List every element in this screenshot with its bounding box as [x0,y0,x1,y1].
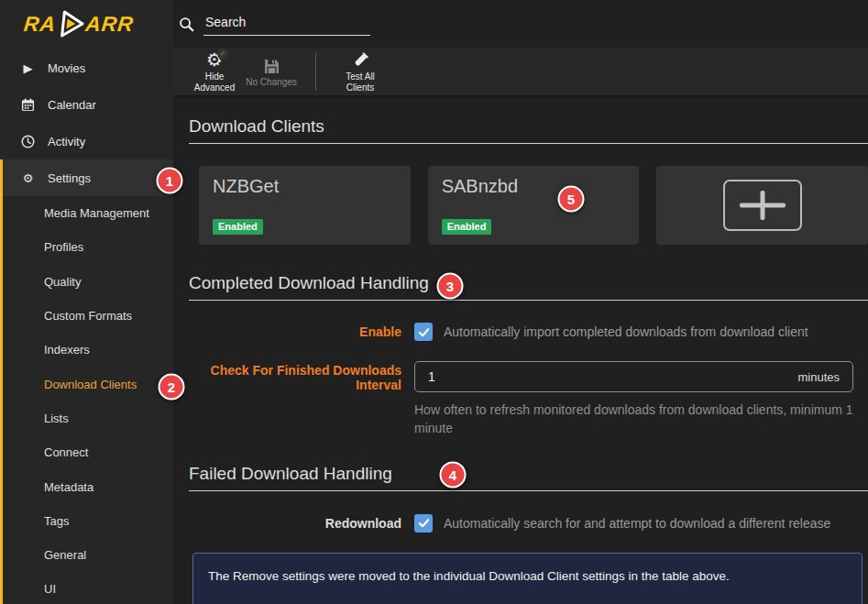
sidebar-item-tags[interactable]: Tags [3,504,173,538]
enable-label: Enable [189,323,401,339]
interval-label: Check For Finished Downloads Interval [189,361,401,392]
sidebar-item-activity[interactable]: Activity [0,123,173,159]
enable-help-text: Automatically import completed downloads… [444,324,808,339]
client-card-nzbget[interactable]: NZBGet Enabled [199,166,411,245]
hide-advanced-button[interactable]: ⚙︎ ✓ Hide Advanced [186,50,243,93]
check-icon [418,517,430,529]
enable-row: Enable Automatically import completed do… [189,323,868,341]
sidebar-item-settings[interactable]: ⚙︎ Settings [3,159,173,196]
settings-page: Download Clients NZBGet Enabled SABnzbd … [173,116,868,604]
plus-icon[interactable] [723,180,802,231]
enable-checkbox[interactable] [414,323,433,341]
gears-icon: ⚙︎ [20,171,36,185]
test-all-clients-button[interactable]: Test All Clients [332,50,389,93]
clock-icon [20,135,36,148]
redownload-row: Redownload Automatically search for and … [189,514,868,533]
interval-help-text: How often to refresh monitored downloads… [414,401,853,438]
status-badge: Enabled [213,219,263,235]
sidebar-item-label: Calendar [48,98,96,112]
sidebar-item-profiles[interactable]: Profiles [3,230,173,264]
check-badge-icon: ✓ [217,49,228,60]
interval-input[interactable] [428,369,790,384]
interval-unit: minutes [797,370,840,384]
interval-input-wrap: minutes [414,361,853,392]
calendar-icon [20,98,36,112]
completed-download-handling-heading: Completed Download Handling [189,273,868,301]
sidebar-nav: ▶ Movies Calendar Activity ⚙︎ Settings [0,48,173,604]
remove-settings-notice: The Remove settings were moved to the in… [192,553,863,604]
client-card-sabnzbd[interactable]: SABnzbd Enabled [428,166,640,245]
logo-text-right: ARR [84,14,135,35]
interval-row: Check For Finished Downloads Interval mi… [189,361,868,438]
search-icon [179,16,194,32]
status-badge: Enabled [442,219,492,235]
download-client-cards: NZBGet Enabled SABnzbd Enabled [199,166,868,245]
floppy-icon [264,59,280,74]
sidebar-item-download-clients[interactable]: Download Clients [3,367,173,401]
sidebar-item-calendar[interactable]: Calendar [0,86,173,123]
sidebar-item-label: Movies [48,61,85,75]
vial-icon [352,51,369,69]
search-bar [173,0,868,48]
annotation-circle-3: 3 [437,273,464,300]
annotation-circle-1: 1 [157,168,183,194]
main-content: ⚙︎ ✓ Hide Advanced No Changes [173,0,868,604]
sidebar-item-lists[interactable]: Lists [3,401,173,435]
play-logo-icon [56,10,86,38]
sidebar-item-custom-formats[interactable]: Custom Formats [3,299,173,333]
sidebar-item-media-management[interactable]: Media Management [3,196,173,230]
annotation-circle-2: 2 [159,374,185,401]
toolbar-separator [315,52,316,91]
notice-text: The Remove settings were moved to the in… [208,569,730,583]
sidebar-item-connect[interactable]: Connect [3,435,173,469]
sidebar-item-label: Activity [48,135,85,148]
sidebar: RA ARR ▶ Movies Calendar [0,0,173,604]
toolbar: ⚙︎ ✓ Hide Advanced No Changes [173,48,868,97]
play-icon: ▶ [20,61,36,75]
failed-download-handling-heading: Failed Download Handling [189,464,868,491]
client-name: SABnzbd [442,176,626,197]
download-clients-heading: Download Clients [189,116,868,144]
annotation-circle-4: 4 [440,462,467,489]
sidebar-item-label: Settings [48,171,91,185]
sidebar-item-ui[interactable]: UI [3,572,173,604]
sidebar-item-metadata[interactable]: Metadata [3,469,173,503]
client-name: NZBGet [213,176,397,197]
radarr-app: RA ARR ▶ Movies Calendar [0,0,868,604]
redownload-help-text: Automatically search for and attempt to … [444,516,830,531]
redownload-checkbox[interactable] [414,514,433,533]
save-changes-button[interactable]: No Changes [243,56,300,88]
settings-section: ⚙︎ Settings Media Management Profiles Qu… [0,159,173,604]
sidebar-item-quality[interactable]: Quality [3,265,173,299]
annotation-circle-5: 5 [558,186,585,213]
logo[interactable]: RA ARR [0,0,173,48]
logo-text-left: RA [23,14,58,35]
check-icon [418,326,430,338]
add-client-card[interactable] [656,166,868,245]
sidebar-item-indexers[interactable]: Indexers [3,333,173,367]
redownload-label: Redownload [189,514,401,531]
sidebar-item-movies[interactable]: ▶ Movies [0,49,173,86]
search-input[interactable] [203,12,370,36]
sidebar-item-general[interactable]: General [3,538,173,572]
